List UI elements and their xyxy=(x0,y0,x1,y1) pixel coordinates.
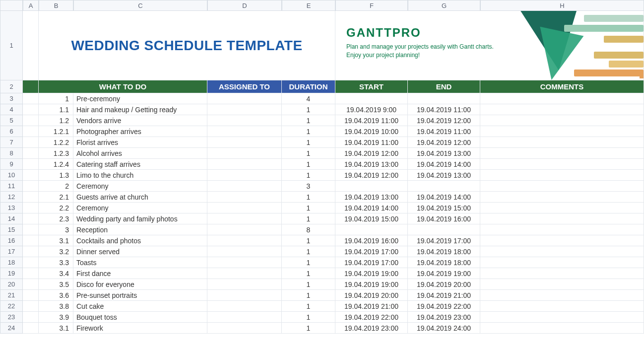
end-date[interactable]: 19.04.2019 11:00 xyxy=(408,104,480,115)
start-date[interactable]: 19.04.2019 19:00 xyxy=(335,279,408,290)
cell-A17[interactable] xyxy=(23,246,39,257)
task-name[interactable]: Toasts xyxy=(73,257,207,268)
duration[interactable]: 1 xyxy=(282,170,335,181)
end-date[interactable]: 19.04.2019 23:00 xyxy=(408,312,480,323)
cell-A15[interactable] xyxy=(23,224,39,235)
row-header-18[interactable]: 18 xyxy=(0,257,23,268)
task-name[interactable]: Alcohol arrives xyxy=(73,148,207,159)
comments[interactable] xyxy=(480,181,644,192)
end-date[interactable]: 19.04.2019 24:00 xyxy=(408,323,480,334)
task-name[interactable]: Dinner served xyxy=(73,246,207,257)
duration[interactable]: 1 xyxy=(282,323,335,334)
end-date[interactable]: 19.04.2019 12:00 xyxy=(408,115,480,126)
row-header-3[interactable]: 3 xyxy=(0,93,23,104)
row-number[interactable]: 1.2.4 xyxy=(39,159,73,170)
duration[interactable]: 1 xyxy=(282,213,335,224)
start-date[interactable] xyxy=(335,181,408,192)
row-header-9[interactable]: 9 xyxy=(0,159,23,170)
row-number[interactable]: 3 xyxy=(39,224,73,235)
comments[interactable] xyxy=(480,279,644,290)
comments[interactable] xyxy=(480,93,644,104)
end-date[interactable] xyxy=(408,181,480,192)
assigned-to[interactable] xyxy=(207,181,282,192)
cell-A2[interactable] xyxy=(23,80,39,93)
start-date[interactable]: 19.04.2019 23:00 xyxy=(335,323,408,334)
comments[interactable] xyxy=(480,170,644,181)
comments[interactable] xyxy=(480,257,644,268)
cell-A13[interactable] xyxy=(23,203,39,213)
start-date[interactable]: 19.04.2019 21:00 xyxy=(335,301,408,312)
task-name[interactable]: Cut cake xyxy=(73,301,207,312)
comments[interactable] xyxy=(480,203,644,213)
cell-A22[interactable] xyxy=(23,301,39,312)
comments[interactable] xyxy=(480,224,644,235)
end-date[interactable]: 19.04.2019 14:00 xyxy=(408,159,480,170)
col-header-D[interactable]: D xyxy=(207,0,282,11)
row-header-14[interactable]: 14 xyxy=(0,213,23,224)
row-number[interactable]: 3.8 xyxy=(39,301,73,312)
row-number[interactable]: 1.1 xyxy=(39,104,73,115)
cell-A19[interactable] xyxy=(23,268,39,279)
end-date[interactable]: 19.04.2019 13:00 xyxy=(408,148,480,159)
cell-A4[interactable] xyxy=(23,104,39,115)
end-date[interactable]: 19.04.2019 15:00 xyxy=(408,203,480,213)
assigned-to[interactable] xyxy=(207,301,282,312)
row-number[interactable]: 3.5 xyxy=(39,279,73,290)
comments[interactable] xyxy=(480,192,644,203)
row-number[interactable]: 3.2 xyxy=(39,246,73,257)
duration[interactable]: 1 xyxy=(282,126,335,137)
assigned-to[interactable] xyxy=(207,246,282,257)
row-number[interactable]: 1.2.3 xyxy=(39,148,73,159)
comments[interactable] xyxy=(480,268,644,279)
row-number[interactable]: 1.2.1 xyxy=(39,126,73,137)
comments[interactable] xyxy=(480,148,644,159)
col-header-A[interactable]: A xyxy=(23,0,39,11)
col-header-F[interactable]: F xyxy=(335,0,408,11)
duration[interactable]: 1 xyxy=(282,159,335,170)
cell-A23[interactable] xyxy=(23,312,39,323)
spreadsheet-grid[interactable]: ABCDEFGH1WEDDING SCHEDULE TEMPLATEGANTTP… xyxy=(0,0,644,334)
col-header-B[interactable]: B xyxy=(39,0,73,11)
duration[interactable]: 1 xyxy=(282,192,335,203)
row-number[interactable]: 1.3 xyxy=(39,170,73,181)
task-name[interactable]: Limo to the church xyxy=(73,170,207,181)
start-date[interactable]: 19.04.2019 17:00 xyxy=(335,246,408,257)
task-name[interactable]: Hair and makeup / Getting ready xyxy=(73,104,207,115)
row-header-23[interactable]: 23 xyxy=(0,312,23,323)
start-date[interactable]: 19.04.2019 14:00 xyxy=(335,203,408,213)
assigned-to[interactable] xyxy=(207,148,282,159)
cell-A11[interactable] xyxy=(23,181,39,192)
duration[interactable]: 1 xyxy=(282,203,335,213)
start-date[interactable]: 19.04.2019 15:00 xyxy=(335,213,408,224)
task-name[interactable]: Wedding party and family photos xyxy=(73,213,207,224)
row-number[interactable]: 1 xyxy=(39,93,73,104)
row-header-22[interactable]: 22 xyxy=(0,301,23,312)
start-date[interactable]: 19.04.2019 9:00 xyxy=(335,104,408,115)
row-number[interactable]: 2.1 xyxy=(39,192,73,203)
task-name[interactable]: First dance xyxy=(73,268,207,279)
row-header-7[interactable]: 7 xyxy=(0,137,23,148)
end-date[interactable]: 19.04.2019 12:00 xyxy=(408,137,480,148)
end-date[interactable]: 19.04.2019 11:00 xyxy=(408,126,480,137)
cell-A10[interactable] xyxy=(23,170,39,181)
row-number[interactable]: 3.4 xyxy=(39,268,73,279)
assigned-to[interactable] xyxy=(207,192,282,203)
duration[interactable]: 4 xyxy=(282,93,335,104)
cell-A18[interactable] xyxy=(23,257,39,268)
end-date[interactable]: 19.04.2019 19:00 xyxy=(408,268,480,279)
assigned-to[interactable] xyxy=(207,279,282,290)
row-number[interactable]: 3.1 xyxy=(39,235,73,246)
comments[interactable] xyxy=(480,323,644,334)
row-number[interactable]: 1.2 xyxy=(39,115,73,126)
row-header-21[interactable]: 21 xyxy=(0,290,23,301)
comments[interactable] xyxy=(480,235,644,246)
cell-A8[interactable] xyxy=(23,148,39,159)
cell-A5[interactable] xyxy=(23,115,39,126)
task-name[interactable]: Pre-ceremony xyxy=(73,93,207,104)
assigned-to[interactable] xyxy=(207,290,282,301)
start-date[interactable]: 19.04.2019 12:00 xyxy=(335,170,408,181)
duration[interactable]: 1 xyxy=(282,279,335,290)
cell-A12[interactable] xyxy=(23,192,39,203)
start-date[interactable]: 19.04.2019 20:00 xyxy=(335,290,408,301)
duration[interactable]: 1 xyxy=(282,137,335,148)
